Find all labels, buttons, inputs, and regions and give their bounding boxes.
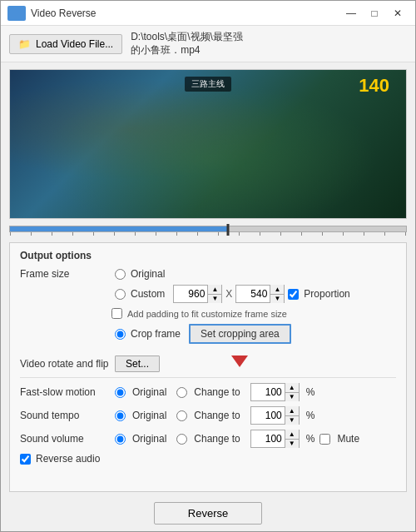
tick bbox=[176, 232, 177, 236]
fast-original-radio[interactable] bbox=[115, 387, 126, 398]
custom-radio[interactable] bbox=[115, 289, 126, 300]
seekbar-thumb bbox=[226, 224, 229, 236]
crop-radio[interactable] bbox=[115, 329, 126, 340]
x-separator: X bbox=[225, 288, 232, 300]
fast-up-btn[interactable]: ▲ bbox=[285, 383, 299, 392]
volume-changeto-radio[interactable] bbox=[176, 434, 187, 445]
frame-size-row2: Custom ▲ ▼ X ▲ ▼ Proportion bbox=[20, 285, 396, 303]
load-btn-label: Load Video File... bbox=[36, 38, 113, 50]
tick-marks bbox=[9, 232, 407, 236]
tick bbox=[384, 232, 385, 236]
height-up-btn[interactable]: ▲ bbox=[270, 285, 284, 294]
video-number: 140 bbox=[359, 75, 389, 97]
toolbar: 📁 Load Video File... D:\tools\桌面\视频\最坚强 … bbox=[1, 26, 415, 62]
volume-spinners: ▲ ▼ bbox=[285, 430, 299, 448]
tick bbox=[239, 232, 240, 236]
fast-slow-label: Fast-slow motion bbox=[20, 386, 111, 398]
main-window: Video Reverse — □ ✕ 📁 Load Video File...… bbox=[0, 0, 416, 532]
fast-changeto-radio[interactable] bbox=[176, 387, 187, 398]
width-input[interactable] bbox=[174, 286, 207, 302]
width-spinners: ▲ ▼ bbox=[207, 285, 221, 303]
add-padding-label: Add padding to fit customize frame size bbox=[127, 309, 287, 319]
fast-unit: % bbox=[306, 386, 315, 398]
seekbar-area[interactable] bbox=[9, 226, 407, 236]
volume-up-btn[interactable]: ▲ bbox=[285, 430, 299, 439]
volume-unit: % bbox=[306, 433, 315, 445]
set-cropping-button[interactable]: Set cropping area bbox=[189, 324, 291, 344]
volume-input[interactable] bbox=[251, 430, 285, 447]
file-path: D:\tools\桌面\视频\最坚强 的小鲁班．mp4 bbox=[131, 31, 243, 57]
seekbar-track[interactable] bbox=[9, 226, 407, 232]
width-down-btn[interactable]: ▼ bbox=[208, 294, 221, 303]
tempo-up-btn[interactable]: ▲ bbox=[285, 406, 299, 415]
options-panel: Output options Frame size Original Custo… bbox=[9, 242, 407, 492]
frame-custom-group: Custom bbox=[115, 288, 170, 300]
reverse-audio-checkbox[interactable] bbox=[20, 454, 31, 465]
tick bbox=[31, 232, 32, 236]
mute-checkbox[interactable] bbox=[319, 434, 330, 445]
fast-slow-options: Original Change to ▲ ▼ % bbox=[115, 383, 314, 401]
tempo-changeto-radio[interactable] bbox=[176, 410, 187, 421]
reverse-button[interactable]: Reverse bbox=[154, 502, 262, 525]
height-input[interactable] bbox=[236, 286, 270, 302]
tick bbox=[52, 232, 52, 236]
rotate-set-button[interactable]: Set... bbox=[115, 355, 160, 372]
height-spinners: ▲ ▼ bbox=[270, 285, 284, 303]
file-path-line2: 的小鲁班．mp4 bbox=[131, 44, 243, 57]
window-title: Video Reverse bbox=[31, 7, 97, 19]
bottom-bar: Reverse bbox=[1, 495, 415, 531]
fast-down-btn[interactable]: ▼ bbox=[285, 392, 299, 401]
set-crop-wrapper: Set cropping area bbox=[189, 324, 291, 344]
video-overlay bbox=[10, 70, 406, 218]
tempo-original-label: Original bbox=[132, 410, 166, 421]
frame-size-row1: Frame size Original bbox=[20, 268, 396, 280]
mute-label: Mute bbox=[337, 433, 359, 445]
options-title: Output options bbox=[20, 250, 396, 261]
fast-original-label: Original bbox=[132, 386, 166, 398]
tick bbox=[72, 232, 73, 236]
original-radio[interactable] bbox=[115, 269, 126, 280]
crop-arrow-indicator bbox=[231, 355, 248, 367]
tick bbox=[218, 232, 219, 236]
volume-original-radio[interactable] bbox=[115, 434, 126, 445]
load-video-button[interactable]: 📁 Load Video File... bbox=[9, 34, 122, 54]
add-padding-checkbox[interactable] bbox=[111, 308, 122, 319]
volume-down-btn[interactable]: ▼ bbox=[285, 439, 299, 448]
sound-tempo-label: Sound tempo bbox=[20, 410, 111, 421]
tempo-original-radio[interactable] bbox=[115, 410, 126, 421]
video-badge: 三路主线 bbox=[185, 77, 231, 92]
volume-options: Original Change to ▲ ▼ % Mute bbox=[115, 430, 364, 448]
maximize-button[interactable]: □ bbox=[364, 5, 385, 22]
app-icon bbox=[7, 6, 26, 21]
sound-volume-label: Sound volume bbox=[20, 433, 111, 445]
tempo-input[interactable] bbox=[251, 407, 285, 424]
minimize-button[interactable]: — bbox=[340, 5, 362, 22]
proportion-row: Proportion bbox=[288, 288, 354, 300]
reverse-audio-label: Reverse audio bbox=[36, 453, 100, 465]
volume-value-group: ▲ ▼ bbox=[250, 430, 300, 448]
tick bbox=[364, 232, 364, 236]
tick bbox=[343, 232, 344, 236]
tick bbox=[260, 232, 260, 236]
title-bar-left: Video Reverse bbox=[7, 6, 97, 21]
width-up-btn[interactable]: ▲ bbox=[208, 285, 221, 294]
tempo-spinners: ▲ ▼ bbox=[285, 406, 299, 425]
frame-size-label: Frame size bbox=[20, 268, 111, 280]
close-button[interactable]: ✕ bbox=[387, 5, 409, 22]
video-frame: 三路主线 140 bbox=[10, 70, 406, 218]
tick bbox=[93, 232, 94, 236]
add-padding-row: Add padding to fit customize frame size bbox=[111, 308, 396, 319]
height-input-group: ▲ ▼ bbox=[235, 285, 285, 303]
proportion-checkbox[interactable] bbox=[288, 289, 299, 300]
sound-tempo-row: Sound tempo Original Change to ▲ ▼ % bbox=[20, 406, 396, 425]
volume-changeto-label: Change to bbox=[194, 433, 240, 445]
height-down-btn[interactable]: ▼ bbox=[270, 294, 284, 303]
custom-label: Custom bbox=[131, 288, 165, 300]
fast-changeto-label: Change to bbox=[194, 386, 240, 398]
file-path-line1: D:\tools\桌面\视频\最坚强 bbox=[131, 31, 243, 44]
tempo-value-group: ▲ ▼ bbox=[250, 406, 300, 425]
tick bbox=[10, 232, 11, 236]
tempo-down-btn[interactable]: ▼ bbox=[285, 415, 299, 425]
fast-input[interactable] bbox=[251, 384, 285, 400]
title-bar-buttons: — □ ✕ bbox=[340, 5, 409, 22]
